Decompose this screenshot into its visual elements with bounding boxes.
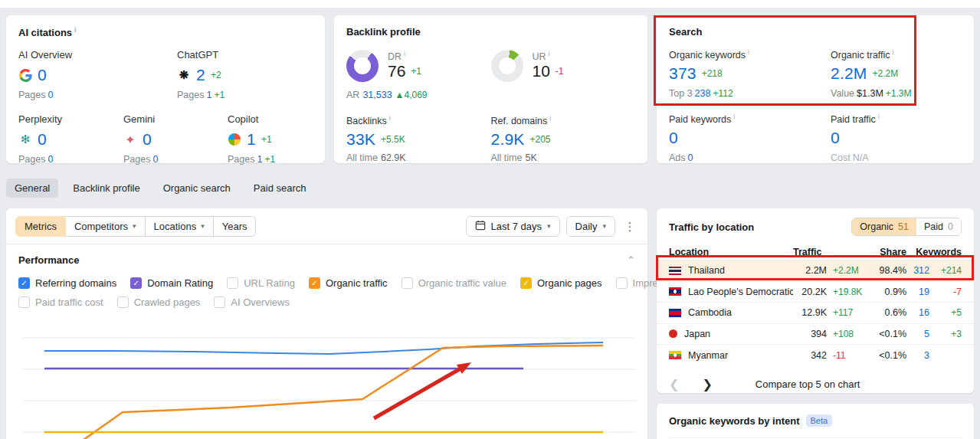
keywords-delta: +5 — [929, 307, 962, 318]
traffic-value: 20.2K — [793, 287, 827, 297]
metric-checkbox[interactable]: ✓Organic traffic — [309, 277, 388, 289]
collapse-chevron-up-icon[interactable]: ⌃ — [627, 254, 635, 266]
chatgpt-icon: ❋ — [177, 68, 191, 82]
pages-label: Pages — [123, 154, 150, 165]
pages-value[interactable]: 1 — [257, 154, 262, 165]
checkbox-unchecked-icon[interactable] — [402, 277, 413, 289]
info-icon[interactable] — [389, 114, 391, 122]
pages-value[interactable]: 0 — [48, 90, 53, 100]
col-keywords: Keywords — [906, 247, 962, 257]
keywords-link[interactable]: 16 — [906, 307, 929, 318]
ref-domains-metric: Ref. domains 2.9K+205 All time5K — [491, 114, 636, 163]
gemini-icon: ✦ — [123, 133, 137, 146]
table-row[interactable]: Lao People's Democratic Reput20.2K+19.8K… — [657, 282, 974, 303]
table-row[interactable]: Japan394+108<0.1%5+3 — [657, 324, 974, 346]
chevron-down-icon: ▾ — [133, 223, 136, 230]
pagination-next-icon[interactable]: ❯ — [702, 377, 712, 391]
metric-value[interactable]: 2.2M — [831, 64, 867, 83]
pagination-prev-icon[interactable]: ❮ — [669, 377, 679, 391]
performance-line-chart[interactable] — [6, 316, 647, 439]
keywords-link[interactable]: 5 — [906, 329, 929, 339]
annotation-arrow-shaft — [374, 369, 461, 418]
info-icon[interactable] — [893, 48, 894, 56]
myanmar-flag-icon — [669, 351, 681, 359]
organic-paid-toggle: Organic51 Paid0 — [851, 218, 962, 236]
metric-value: 1 — [247, 130, 256, 149]
granularity-dropdown[interactable]: Daily▾ — [566, 216, 615, 237]
metric-checkbox[interactable]: AI Overviews — [214, 296, 290, 308]
info-icon[interactable] — [74, 26, 77, 34]
metric-checkbox[interactable]: ✓Referring domains — [18, 277, 116, 289]
metric-checkbox[interactable]: ✓Organic pages — [520, 277, 602, 289]
ai-metric-ai-overview: AI Overview 0 Pages0 — [18, 49, 177, 100]
metric-checkbox[interactable]: Crawled pages — [117, 296, 201, 308]
info-icon[interactable] — [549, 114, 551, 122]
metric-checkbox[interactable]: URL Rating — [227, 277, 295, 289]
info-icon[interactable] — [404, 50, 405, 57]
traffic-delta: +2.2M — [827, 265, 867, 276]
metric-value[interactable]: 0 — [669, 129, 678, 147]
metric-value[interactable]: 373 — [669, 64, 696, 83]
keywords-link[interactable]: 312 — [906, 265, 929, 276]
metric-checkbox[interactable]: Organic traffic value — [402, 277, 506, 289]
tab-backlink-profile[interactable]: Backlink profile — [64, 179, 148, 198]
metric-label: AI Overview — [18, 49, 177, 61]
keywords-link[interactable]: 3 — [906, 350, 929, 361]
checkbox-unchecked-icon[interactable] — [117, 296, 129, 308]
compare-top5-link[interactable]: Compare top 5 on chart — [755, 378, 860, 390]
checkbox-checked-icon[interactable]: ✓ — [130, 277, 142, 289]
ai-metric-copilot: Copilot 1 +1 Pages1+1 — [228, 113, 277, 165]
dr-value: 76 — [388, 62, 405, 80]
keywords-delta: +214 — [929, 265, 962, 276]
metric-value[interactable]: 2.9K — [491, 130, 525, 149]
tab-general[interactable]: General — [6, 179, 58, 198]
pages-label: Pages — [228, 154, 254, 165]
chevron-down-icon: ▾ — [547, 223, 551, 230]
info-icon[interactable] — [733, 113, 735, 120]
years-button[interactable]: Years — [214, 216, 257, 237]
share-value: <0.1% — [867, 350, 906, 361]
checkbox-unchecked-icon[interactable] — [214, 296, 225, 308]
metric-checkbox[interactable]: Paid traffic cost — [18, 296, 103, 308]
tab-organic-search[interactable]: Organic search — [155, 179, 239, 198]
checkbox-unchecked-icon[interactable] — [227, 277, 238, 289]
metric-value: 0 — [38, 66, 47, 84]
pages-label: Pages — [177, 90, 204, 100]
locations-dropdown[interactable]: Locations▾ — [146, 216, 214, 237]
metric-value: 0 — [38, 130, 47, 149]
table-row[interactable]: Thailand2.2M+2.2M98.4%312+214 — [657, 260, 974, 282]
metric-value[interactable]: 33K — [346, 130, 375, 149]
table-row[interactable]: Cambodia12.9K+1170.6%16+5 — [657, 303, 974, 324]
info-icon[interactable] — [748, 48, 749, 56]
traffic-value: 342 — [793, 350, 827, 361]
table-row[interactable]: Myanmar342-11<0.1%3 — [657, 345, 974, 366]
checkbox-unchecked-icon[interactable] — [616, 277, 628, 289]
toggle-organic[interactable]: Organic51 — [852, 218, 916, 235]
checkbox-checked-icon[interactable]: ✓ — [520, 277, 532, 289]
more-options-icon[interactable]: ⋮ — [621, 220, 638, 234]
checkbox-checked-icon[interactable]: ✓ — [18, 277, 30, 289]
competitors-dropdown[interactable]: Competitors▾ — [66, 216, 146, 237]
metric-value[interactable]: 0 — [831, 129, 840, 147]
metrics-button[interactable]: Metrics — [15, 216, 66, 237]
pages-value[interactable]: 1 — [206, 90, 211, 100]
keywords-link[interactable]: 19 — [906, 287, 929, 297]
tab-paid-search[interactable]: Paid search — [245, 179, 315, 198]
keywords-delta: +3 — [929, 329, 962, 339]
share-value: 0.6% — [867, 307, 906, 318]
ai-metric-gemini: Gemini ✦ 0 Pages0 — [123, 113, 228, 165]
toggle-paid[interactable]: Paid0 — [916, 218, 961, 235]
checkbox-unchecked-icon[interactable] — [18, 296, 30, 308]
info-icon[interactable] — [549, 50, 550, 57]
card-title: Backlink profile — [346, 26, 635, 38]
checkbox-checked-icon[interactable]: ✓ — [309, 277, 320, 289]
chart-filter-group: Metrics Competitors▾ Locations▾ Years — [15, 216, 256, 237]
metric-value: 2 — [196, 66, 205, 84]
metric-checkbox[interactable]: ✓Domain Rating — [130, 277, 213, 289]
date-range-dropdown[interactable]: Last 7 days▾ — [466, 216, 560, 237]
laos-flag-icon — [669, 287, 681, 296]
info-icon[interactable] — [878, 113, 880, 120]
ur-value: 10 — [533, 62, 550, 80]
pages-value[interactable]: 0 — [48, 154, 53, 165]
pages-value[interactable]: 0 — [152, 154, 158, 165]
